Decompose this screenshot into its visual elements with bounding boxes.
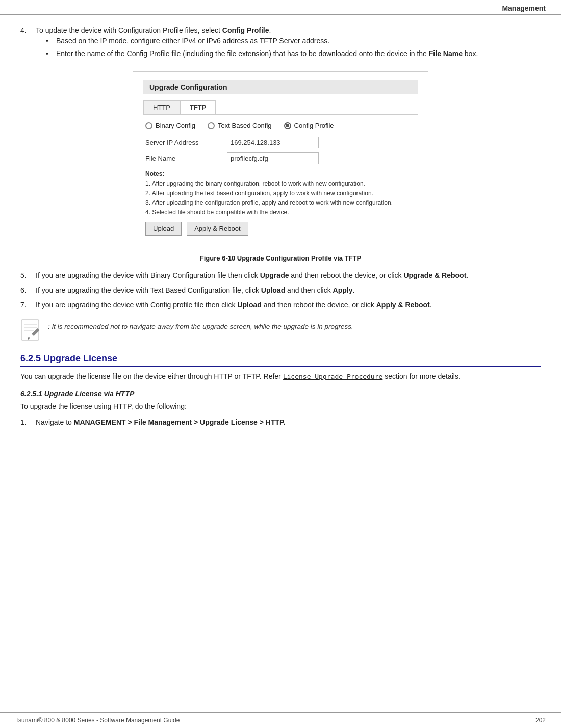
section-625-heading: 6.2.5 Upgrade License (20, 353, 541, 367)
upload-button[interactable]: Upload (145, 222, 182, 236)
note-line-1: 1. After upgrading the binary configurat… (145, 179, 416, 188)
step-5-number: 5. (20, 270, 36, 281)
note-line-4: 4. Selected file should be compatible wi… (145, 208, 416, 217)
step-4-bold: Config Profile (222, 26, 269, 34)
bullet-1: • Based on the IP mode, configure either… (46, 36, 478, 46)
substep-1: 1. Navigate to MANAGEMENT > File Managem… (20, 417, 541, 428)
radio-binary-config[interactable]: Binary Config (145, 122, 195, 129)
note-box: : It is recommended not to navigate away… (20, 319, 541, 343)
radio-row: Binary Config Text Based Config Config P… (143, 122, 418, 129)
step-4-number: 4. (20, 25, 36, 61)
notes-title: Notes: (145, 170, 416, 177)
note-pencil-icon (20, 319, 42, 343)
radio-binary-circle (145, 122, 152, 129)
substep-1-number: 1. (20, 417, 36, 428)
step-6-text: If you are upgrading the device with Tex… (36, 285, 354, 296)
upgrade-configuration-figure: Upgrade Configuration HTTP TFTP Binary C… (133, 71, 428, 244)
bullet-2-text: Enter the name of the Config Profile fil… (56, 48, 478, 59)
radio-text-label: Text Based Config (218, 122, 272, 129)
radio-profile-label: Config Profile (294, 122, 334, 129)
page-header: Management (0, 0, 561, 15)
subsection-6251-heading: 6.2.5.1 Upgrade License via HTTP (20, 389, 541, 398)
step-6-number: 6. (20, 285, 36, 296)
step-7: 7. If you are upgrading the device with … (20, 300, 541, 310)
tab-tftp[interactable]: TFTP (180, 100, 216, 114)
apply-reboot-button[interactable]: Apply & Reboot (187, 222, 248, 236)
server-ip-row: Server IP Address (143, 137, 418, 148)
note-line-2: 2. After uploading the text based config… (145, 189, 416, 198)
bullet-1-text: Based on the IP mode, configure either I… (56, 36, 329, 46)
radio-profile-circle (284, 122, 291, 129)
file-name-label: File Name (145, 154, 227, 162)
bullet-2: • Enter the name of the Config Profile f… (46, 48, 478, 59)
subsection-intro: To upgrade the license using HTTP, do th… (20, 401, 541, 412)
step-7-text: If you are upgrading the device with Con… (36, 300, 432, 310)
radio-config-profile[interactable]: Config Profile (284, 122, 334, 129)
step-4-text-before: To update the device with Configuration … (36, 26, 222, 34)
bullet-dot-2: • (46, 48, 56, 59)
figure-caption: Figure 6-10 Upgrade Configuration Profil… (20, 254, 541, 262)
step-5: 5. If you are upgrading the device with … (20, 270, 541, 281)
footer-left: Tsunami® 800 & 8000 Series - Software Ma… (15, 717, 180, 724)
file-name-row: File Name (143, 152, 418, 164)
note-text: : It is recommended not to navigate away… (48, 319, 353, 332)
page-footer: Tsunami® 800 & 8000 Series - Software Ma… (0, 712, 561, 728)
substep-1-text: Navigate to MANAGEMENT > File Management… (36, 417, 286, 428)
section-paragraph: You can upgrade the license file on the … (20, 371, 541, 382)
step-4: 4. To update the device with Configurati… (20, 25, 541, 61)
server-ip-label: Server IP Address (145, 139, 227, 146)
step-6: 6. If you are upgrading the device with … (20, 285, 541, 296)
notes-section: Notes: 1. After upgrading the binary con… (145, 170, 416, 217)
step-7-number: 7. (20, 300, 36, 310)
note-line-3: 3. After uploading the configuration pro… (145, 199, 416, 207)
step-5-text: If you are upgrading the device with Bin… (36, 270, 468, 281)
file-name-input[interactable] (227, 152, 319, 164)
server-ip-input[interactable] (227, 137, 319, 148)
footer-right: 202 (536, 717, 546, 724)
button-row: Upload Apply & Reboot (143, 222, 418, 236)
bullet-dot-1: • (46, 36, 56, 46)
tabs-row: HTTP TFTP (143, 100, 418, 115)
tab-http[interactable]: HTTP (143, 100, 180, 114)
radio-text-circle (208, 122, 215, 129)
figure-title: Upgrade Configuration (143, 80, 418, 94)
step-4-text-after: . (269, 26, 271, 34)
radio-binary-label: Binary Config (156, 122, 195, 129)
radio-text-based-config[interactable]: Text Based Config (208, 122, 272, 129)
